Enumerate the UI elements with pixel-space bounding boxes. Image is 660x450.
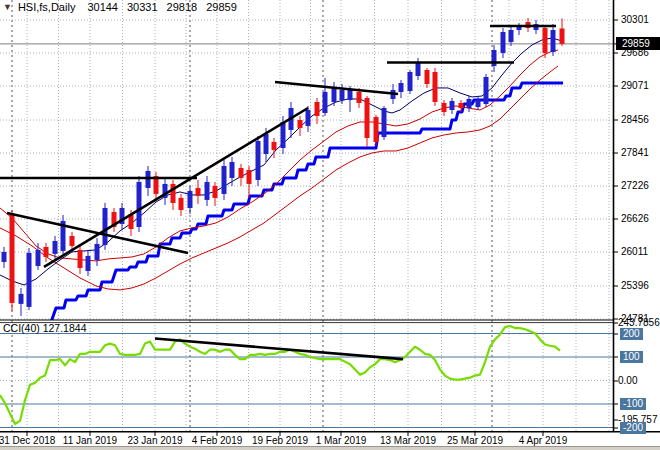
price-axis-label: 25396: [621, 280, 649, 291]
candle-up: [256, 141, 261, 180]
candle-down: [433, 72, 438, 102]
candle-down: [425, 70, 430, 84]
candle-up: [467, 99, 472, 108]
candle-up: [501, 32, 506, 53]
candle-up: [306, 110, 311, 126]
chart-legend: ▼ HSI,fs,Daily 30144 30331 29818 29859: [3, 1, 246, 13]
fast-ma-line: [0, 38, 562, 285]
candle-down: [10, 215, 15, 303]
candle-up: [484, 77, 489, 104]
candle-down: [374, 117, 379, 142]
candle-down: [357, 92, 362, 103]
candle-down: [459, 103, 464, 108]
candle-up: [332, 88, 337, 102]
candle-down: [442, 103, 447, 112]
candle-down: [315, 102, 320, 116]
price-axis-label: 29071: [621, 80, 649, 91]
candle-up: [137, 182, 142, 227]
date-label: 11 Jan 2019: [63, 435, 117, 446]
date-label: 4 Feb 2019: [192, 435, 243, 446]
candle-up: [399, 83, 404, 92]
candle-down: [365, 98, 370, 138]
cci-axis-label: -100: [620, 398, 646, 410]
candle-up: [517, 27, 522, 30]
cci-axis-label: -200: [620, 422, 646, 434]
window-bottom-strip: [0, 446, 660, 450]
candle-up: [323, 92, 328, 113]
date-label: 4 Apr 2019: [519, 435, 567, 446]
candle-up: [146, 171, 151, 188]
date-label: 23 Jan 2019: [127, 435, 182, 446]
candle-down: [196, 188, 201, 196]
candle-up: [551, 30, 556, 52]
date-label: 13 Mar 2019: [380, 435, 436, 446]
candle-down: [70, 236, 75, 246]
cci-axis-label: 0.00: [618, 375, 637, 386]
candle-up: [476, 100, 481, 107]
candle-up: [348, 90, 353, 100]
candle-up: [264, 134, 269, 154]
candle-down: [543, 28, 548, 53]
candle-down: [272, 142, 277, 150]
date-label: 1 Mar 2019: [316, 435, 367, 446]
mt4-chart-window: ▼ HSI,fs,Daily 30144 30331 29818 29859 C…: [0, 0, 660, 450]
candle-up: [86, 256, 91, 271]
candle-down: [213, 186, 218, 198]
candle-up: [450, 101, 455, 110]
open-value: 30144: [87, 1, 118, 13]
candle-up: [281, 122, 286, 148]
candle-up: [408, 72, 413, 91]
cci-axis-label: 100: [620, 351, 643, 363]
candle-down: [298, 120, 303, 128]
price-axis-label: 27841: [621, 147, 649, 158]
date-label: 25 Mar 2019: [447, 435, 503, 446]
candle-up: [188, 191, 193, 208]
candle-up: [382, 108, 387, 137]
low-value: 29818: [167, 1, 198, 13]
cci-axis-label: 243.7856: [618, 317, 660, 328]
candle-up: [19, 294, 24, 304]
price-axis-label: 27226: [621, 180, 649, 191]
candle-up: [416, 62, 421, 76]
current-price-value: 29859: [622, 38, 650, 49]
candle-up: [222, 166, 227, 194]
time-axis[interactable]: 31 Dec 201811 Jan 201923 Jan 20194 Feb 2…: [0, 433, 614, 447]
trendline-object[interactable]: [44, 108, 308, 267]
candle-up: [53, 241, 58, 254]
price-axis-label: 28456: [621, 114, 649, 125]
candle-up: [2, 252, 7, 262]
candle-up: [27, 253, 32, 307]
high-value: 30331: [127, 1, 158, 13]
price-axis-label: 26626: [621, 213, 649, 224]
close-value: 29859: [206, 1, 237, 13]
candle-down: [44, 247, 49, 257]
symbol-marker-icon: ▼: [3, 2, 12, 12]
candle-down: [247, 170, 252, 184]
date-label: 31 Dec 2018: [0, 435, 55, 446]
price-axis[interactable]: 3030129686290712845627841272262662626011…: [614, 0, 660, 433]
candle-up: [230, 162, 235, 178]
candle-down: [560, 28, 565, 43]
candle-down: [78, 250, 83, 268]
candle-up: [36, 250, 41, 266]
price-axis-label: 30301: [621, 14, 649, 25]
current-price-tag: 29859: [616, 37, 660, 50]
symbol-period-label: HSI,fs,Daily: [18, 1, 75, 13]
candle-up: [205, 182, 210, 200]
price-chart-canvas[interactable]: [0, 0, 660, 450]
candle-up: [103, 208, 108, 245]
cci-axis-label: 200: [620, 328, 643, 340]
candle-down: [179, 198, 184, 210]
price-axis-label: 26011: [621, 246, 648, 257]
candle-up: [509, 30, 514, 42]
candle-up: [95, 244, 100, 260]
candle-up: [340, 90, 345, 100]
candle-down: [239, 168, 244, 178]
indicator-label: CCI(40) 127.1844: [3, 322, 86, 334]
date-label: 19 Feb 2019: [252, 435, 308, 446]
